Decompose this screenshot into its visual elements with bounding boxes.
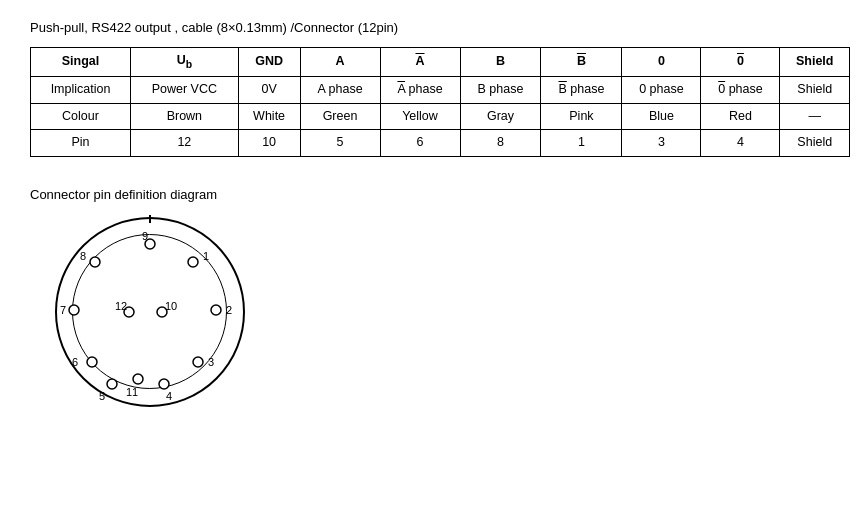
svg-text:1: 1 [203, 250, 209, 262]
cell-implication-0bar: 0 phase [701, 77, 780, 104]
cell-0bar-header: 0 [701, 48, 780, 77]
svg-text:9: 9 [142, 230, 148, 242]
cell-implication-shield: Shield [780, 77, 850, 104]
cell-implication-bbar: B phase [541, 77, 622, 104]
cell-abar-header: A [380, 48, 460, 77]
svg-point-6 [193, 357, 203, 367]
cell-0-header: 0 [622, 48, 701, 77]
svg-text:6: 6 [72, 356, 78, 368]
svg-text:4: 4 [166, 390, 172, 402]
cell-ub-header: Ub [131, 48, 239, 77]
cell-pin-0bar: 4 [701, 130, 780, 157]
svg-point-14 [87, 357, 97, 367]
cell-colour-shield: — [780, 103, 850, 130]
cell-implication-a: A phase [300, 77, 380, 104]
cell-shield-header: Shield [780, 48, 850, 77]
cell-pin-label: Pin [31, 130, 131, 157]
table-row-header: Singal Ub GND A A B B 0 0 Shield [31, 48, 850, 77]
cell-colour-a: Green [300, 103, 380, 130]
top-notch [149, 215, 151, 223]
svg-point-2 [188, 257, 198, 267]
cell-colour-label: Colour [31, 103, 131, 130]
cell-colour-ub: Brown [131, 103, 239, 130]
svg-point-4 [211, 305, 221, 315]
cell-colour-gnd: White [238, 103, 300, 130]
svg-point-10 [133, 374, 143, 384]
table-row-implication: Implication Power VCC 0V A phase A phase… [31, 77, 850, 104]
cell-pin-ub: 12 [131, 130, 239, 157]
cell-colour-abar: Yellow [380, 103, 460, 130]
cell-gnd-header: GND [238, 48, 300, 77]
cell-a-header: A [300, 48, 380, 77]
svg-point-8 [159, 379, 169, 389]
cell-pin-shield: Shield [780, 130, 850, 157]
svg-point-12 [107, 379, 117, 389]
cell-b-header: B [460, 48, 541, 77]
cell-implication-gnd: 0V [238, 77, 300, 104]
cell-pin-a: 5 [300, 130, 380, 157]
cell-implication-ub: Power VCC [131, 77, 239, 104]
svg-point-18 [90, 257, 100, 267]
svg-text:10: 10 [165, 300, 177, 312]
connector-diagram: 9 1 2 3 4 11 5 6 7 8 12 10 [50, 212, 250, 412]
cell-colour-bbar: Pink [541, 103, 622, 130]
svg-text:3: 3 [208, 356, 214, 368]
cell-colour-0: Blue [622, 103, 701, 130]
svg-text:12: 12 [115, 300, 127, 312]
cell-signal-header: Singal [31, 48, 131, 77]
cell-implication-0: 0 phase [622, 77, 701, 104]
svg-text:7: 7 [60, 304, 66, 316]
page-title: Push-pull, RS422 output , cable (8×0.13m… [30, 20, 834, 35]
cell-pin-abar: 6 [380, 130, 460, 157]
svg-text:11: 11 [126, 386, 138, 398]
cell-implication-b: B phase [460, 77, 541, 104]
svg-text:5: 5 [99, 390, 105, 402]
pin-table: Singal Ub GND A A B B 0 0 Shield Implica… [30, 47, 850, 157]
svg-point-16 [69, 305, 79, 315]
cell-pin-b: 8 [460, 130, 541, 157]
svg-text:2: 2 [226, 304, 232, 316]
pin-diagram-svg: 9 1 2 3 4 11 5 6 7 8 12 10 [50, 212, 250, 417]
cell-pin-gnd: 10 [238, 130, 300, 157]
cell-implication-label: Implication [31, 77, 131, 104]
cell-pin-0: 3 [622, 130, 701, 157]
table-row-colour: Colour Brown White Green Yellow Gray Pin… [31, 103, 850, 130]
cell-colour-0bar: Red [701, 103, 780, 130]
cell-pin-bbar: 1 [541, 130, 622, 157]
table-row-pin: Pin 12 10 5 6 8 1 3 4 Shield [31, 130, 850, 157]
cell-implication-abar: A phase [380, 77, 460, 104]
svg-text:8: 8 [80, 250, 86, 262]
cell-colour-b: Gray [460, 103, 541, 130]
cell-bbar-header: B [541, 48, 622, 77]
diagram-title: Connector pin definition diagram [30, 187, 834, 202]
